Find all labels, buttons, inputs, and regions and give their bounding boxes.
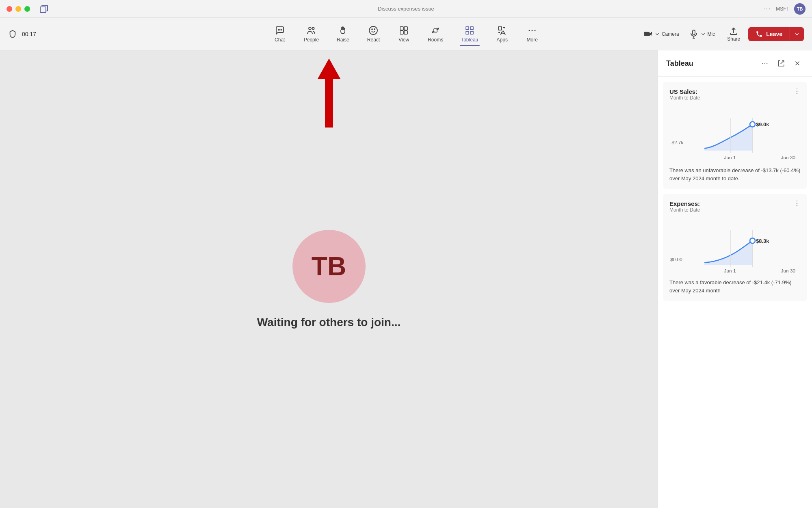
- panel-close-button[interactable]: [791, 57, 804, 70]
- title-bar-right: ··· MSFT TB: [763, 3, 806, 15]
- svg-text:Jun 30: Jun 30: [781, 268, 796, 274]
- us-sales-chart: $2.7k $9.0k Jun 1 Jun: [669, 109, 801, 162]
- toolbar-react[interactable]: React: [359, 22, 388, 46]
- toolbar-raise[interactable]: Raise: [329, 22, 357, 46]
- tableau-icon: [465, 26, 474, 35]
- svg-rect-15: [466, 31, 469, 34]
- avatar-initials: TB: [312, 251, 346, 281]
- minimize-window-button[interactable]: [15, 6, 21, 12]
- arrow-stem: [325, 79, 333, 128]
- expenses-title-group: Expenses: Month to Date: [669, 200, 700, 218]
- raise-label: Raise: [337, 37, 349, 43]
- toolbar-people[interactable]: People: [296, 22, 327, 46]
- mic-chevron-icon: [700, 31, 706, 37]
- svg-point-3: [309, 27, 311, 30]
- toolbar-center: Chat People Raise: [266, 22, 546, 46]
- react-icon: [368, 26, 378, 35]
- tableau-label: Tableau: [461, 37, 478, 43]
- close-icon: [794, 60, 801, 67]
- side-panel-content[interactable]: US Sales: Month to Date ⋮ $2.7k: [658, 77, 812, 508]
- teams-icon: [39, 4, 49, 14]
- view-icon: [399, 26, 409, 35]
- svg-point-1: [279, 29, 280, 30]
- side-panel: Tableau: [658, 50, 812, 508]
- more-label: More: [527, 37, 538, 43]
- side-panel-header: Tableau: [658, 50, 812, 77]
- phone-icon: [756, 30, 763, 38]
- share-label: Share: [727, 36, 740, 42]
- us-sales-card: US Sales: Month to Date ⋮ $2.7k: [663, 82, 807, 189]
- svg-rect-8: [400, 27, 403, 30]
- leave-button[interactable]: Leave: [748, 27, 790, 41]
- svg-point-5: [369, 26, 377, 35]
- svg-point-4: [312, 27, 314, 29]
- view-label: View: [398, 37, 409, 43]
- more-icon: [527, 26, 537, 35]
- us-sales-header: US Sales: Month to Date ⋮: [669, 88, 801, 106]
- svg-point-7: [374, 29, 375, 30]
- panel-popout-button[interactable]: [775, 57, 788, 70]
- people-label: People: [304, 37, 319, 43]
- expenses-card: Expenses: Month to Date ⋮ $0.00: [663, 194, 807, 301]
- svg-text:$9.0k: $9.0k: [756, 121, 769, 128]
- svg-text:Jun 30: Jun 30: [781, 155, 796, 160]
- user-avatar-large: TB: [292, 230, 366, 303]
- expenses-chart-svg: $0.00 $8.3k Jun 1 Jun: [669, 221, 801, 274]
- msft-label: MSFT: [776, 6, 789, 12]
- expenses-description: There was a favorable decrease of -$21.4…: [669, 279, 801, 294]
- leave-button-group[interactable]: Leave: [748, 27, 804, 41]
- toolbar-right: Camera Mic Share: [639, 24, 804, 44]
- arrow-head: [318, 58, 340, 79]
- more-options-icon[interactable]: ···: [763, 5, 771, 13]
- close-window-button[interactable]: [6, 6, 12, 12]
- toolbar-more[interactable]: More: [518, 22, 546, 46]
- us-sales-description: There was an unfavorable decrease of -$1…: [669, 166, 801, 182]
- share-icon: [729, 26, 738, 36]
- camera-label: Camera: [662, 31, 679, 37]
- rooms-label: Rooms: [428, 37, 443, 43]
- svg-point-33: [750, 122, 755, 127]
- expenses-subtitle: Month to Date: [669, 207, 700, 213]
- leave-dropdown-button[interactable]: [790, 27, 804, 41]
- mic-icon: [689, 29, 699, 39]
- toolbar-chat[interactable]: Chat: [266, 22, 294, 46]
- rooms-icon: [431, 26, 440, 35]
- chat-label: Chat: [275, 37, 285, 43]
- toolbar-view[interactable]: View: [390, 22, 418, 46]
- mic-button[interactable]: Mic: [685, 27, 719, 41]
- toolbar-rooms[interactable]: Rooms: [420, 22, 451, 46]
- chevron-down-icon: [794, 31, 800, 37]
- share-button[interactable]: Share: [721, 24, 747, 44]
- svg-point-2: [281, 29, 281, 30]
- toolbar-apps[interactable]: Apps: [488, 22, 516, 46]
- expenses-menu-button[interactable]: ⋮: [794, 200, 801, 207]
- main-content: TB Waiting for others to join... Tableau: [0, 50, 812, 508]
- expenses-chart: $0.00 $8.3k Jun 1 Jun: [669, 221, 801, 274]
- window-controls: [6, 6, 30, 12]
- side-panel-actions: [758, 57, 804, 70]
- user-avatar-small[interactable]: TB: [794, 3, 806, 15]
- raise-icon: [338, 26, 348, 35]
- apps-label: Apps: [497, 37, 508, 43]
- camera-off-icon: [643, 29, 653, 39]
- svg-point-0: [278, 29, 279, 30]
- window-title: Discuss expenses issue: [378, 6, 434, 12]
- svg-point-19: [532, 30, 533, 31]
- svg-text:$0.00: $0.00: [670, 257, 682, 262]
- panel-more-button[interactable]: [758, 57, 771, 70]
- us-sales-title-group: US Sales: Month to Date: [669, 88, 700, 106]
- svg-point-26: [764, 63, 765, 64]
- us-sales-menu-button[interactable]: ⋮: [794, 88, 801, 95]
- svg-point-20: [535, 30, 536, 31]
- arrow-indicator: [318, 58, 340, 128]
- us-sales-title: US Sales:: [669, 88, 700, 95]
- toolbar-tableau[interactable]: Tableau: [453, 22, 486, 46]
- expenses-title: Expenses:: [669, 200, 700, 207]
- camera-button[interactable]: Camera: [639, 27, 683, 41]
- maximize-window-button[interactable]: [24, 6, 30, 12]
- mic-label: Mic: [708, 31, 715, 37]
- video-area: TB Waiting for others to join...: [0, 50, 658, 508]
- react-label: React: [367, 37, 380, 43]
- us-sales-chart-svg: $2.7k $9.0k Jun 1 Jun: [669, 109, 801, 162]
- svg-rect-13: [466, 27, 469, 30]
